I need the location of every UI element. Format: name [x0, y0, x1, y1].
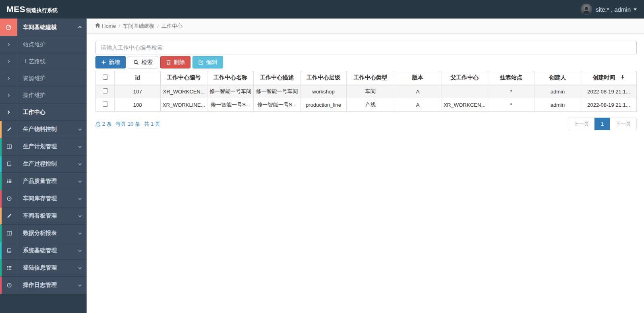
- header-version: 版本: [394, 71, 441, 85]
- sidebar-group-workshop-modeling[interactable]: 车间基础建模: [0, 19, 87, 36]
- cell-version: A: [394, 98, 441, 112]
- sidebar-group-login-info-management[interactable]: 登陆信息管理: [0, 259, 87, 277]
- breadcrumb-separator: /: [119, 23, 120, 29]
- cell-name: 修一智能一号S...: [207, 98, 253, 112]
- header-station: 挂靠站点: [488, 71, 534, 85]
- edit-button[interactable]: 编辑: [193, 56, 223, 68]
- table-header-row: id 工作中心编号 工作中心名称 工作中心描述 工作中心层级 工作中心类型 版本…: [96, 71, 637, 85]
- edit-icon: [198, 60, 204, 65]
- chevron-down-icon: [73, 283, 87, 288]
- sidebar-group-system-management[interactable]: 系统基础管理: [0, 242, 87, 259]
- app-logo: MES 制造执行系统: [0, 4, 58, 14]
- sidebar-group-material-control[interactable]: 生产物料控制: [0, 121, 87, 138]
- sidebar-item-resource-maintenance[interactable]: 资源维护: [0, 70, 87, 87]
- sidebar-group-plan-management[interactable]: 生产计划管理: [0, 138, 87, 155]
- sidebar-item-process-route[interactable]: 工艺路线: [0, 53, 87, 70]
- book-icon: [2, 155, 17, 172]
- sidebar-group-quality-management[interactable]: 产品质量管理: [0, 173, 87, 190]
- list-icon: [2, 259, 17, 276]
- pencil-icon: [2, 121, 17, 138]
- page-1-button[interactable]: 1: [594, 118, 610, 130]
- breadcrumb-level2: 工作中心: [162, 23, 182, 30]
- sidebar-group-label: 车间基础建模: [17, 24, 73, 31]
- row-checkbox[interactable]: [103, 102, 108, 107]
- chevron-down-icon: [73, 214, 87, 218]
- header-desc: 工作中心描述: [254, 71, 300, 85]
- breadcrumb: Home / 车间基础建模 / 工作中心: [87, 19, 644, 34]
- user-menu[interactable]: site:* , admin: [581, 4, 644, 15]
- book-icon: [2, 242, 17, 259]
- cell-parent: [441, 85, 488, 98]
- sidebar-item-operation-maintenance[interactable]: 操作维护: [0, 87, 87, 104]
- sidebar-group-label: 生产物料控制: [17, 126, 73, 133]
- delete-button-label: 删除: [174, 59, 185, 66]
- next-page-button[interactable]: 下一页: [610, 118, 637, 130]
- sidebar-group-label: 产品质量管理: [17, 178, 73, 185]
- delete-button[interactable]: 删除: [160, 56, 191, 68]
- sidebar-group-label: 操作日志管理: [17, 282, 73, 289]
- pushpin-icon[interactable]: [621, 75, 625, 81]
- cell-level: workshop: [300, 85, 346, 98]
- sidebar-group-process-control[interactable]: 生产过程控制: [0, 155, 87, 173]
- add-button[interactable]: 新增: [95, 56, 126, 68]
- cell-created: 2022-08-19 21:1...: [581, 98, 636, 112]
- work-center-table: id 工作中心编号 工作中心名称 工作中心描述 工作中心层级 工作中心类型 版本…: [95, 71, 637, 112]
- pencil-icon: [2, 207, 17, 224]
- search-icon: [133, 60, 139, 65]
- chevron-right-icon: [0, 104, 17, 120]
- cell-id: 108: [115, 98, 161, 112]
- sidebar-group-inventory-management[interactable]: 车间库存管理: [0, 190, 87, 207]
- sidebar-group-kanban-management[interactable]: 车间看板管理: [0, 207, 87, 225]
- sidebar-item-station-maintenance[interactable]: 站点维护: [0, 36, 87, 53]
- avatar: [581, 4, 592, 15]
- breadcrumb-level1[interactable]: 车间基础建模: [123, 23, 154, 30]
- search-input[interactable]: [95, 41, 637, 54]
- main-panel: 新增 检索 删除 编辑: [87, 34, 644, 130]
- chevron-right-icon: [0, 70, 17, 87]
- columns-icon: [2, 225, 17, 242]
- header-created-label: 创建时间: [592, 74, 615, 81]
- sidebar-group-label: 生产计划管理: [17, 143, 73, 150]
- header-name: 工作中心名称: [207, 71, 253, 85]
- tachometer-icon: [2, 277, 17, 294]
- cell-station: *: [488, 85, 534, 98]
- chevron-up-icon: [73, 25, 87, 29]
- app-logo-bold: MES: [6, 4, 25, 14]
- sidebar-group-label: 数据分析报表: [17, 230, 73, 237]
- topbar: MES 制造执行系统 site:* , admin: [0, 0, 644, 19]
- home-icon: [95, 23, 100, 29]
- chevron-down-icon: [73, 145, 87, 149]
- table-row[interactable]: 108 XR_WORKLINE... 修一智能一号S... 修一智能一号S...…: [96, 98, 637, 112]
- sidebar-group-analytics-reports[interactable]: 数据分析报表: [0, 225, 87, 242]
- search-button-label: 检索: [141, 59, 153, 66]
- pagination-summary: 总 2 条 每页 10 条 共 1 页: [95, 120, 163, 128]
- breadcrumb-home-label: Home: [102, 23, 116, 29]
- chevron-right-icon: [0, 87, 17, 104]
- caret-down-icon: [634, 8, 637, 10]
- cell-id: 107: [115, 85, 161, 98]
- cell-creator: admin: [534, 85, 581, 98]
- add-button-label: 新增: [109, 59, 120, 66]
- sidebar-group-operation-log-management[interactable]: 操作日志管理: [0, 277, 87, 294]
- sidebar-group-label: 车间看板管理: [17, 212, 73, 220]
- person-icon: [582, 6, 590, 14]
- header-id: id: [115, 71, 161, 85]
- sidebar-item-label: 站点维护: [17, 41, 87, 48]
- tachometer-icon: [0, 19, 17, 36]
- sidebar-item-work-center[interactable]: 工作中心: [0, 104, 87, 121]
- header-created: 创建时间: [581, 71, 636, 85]
- search-button[interactable]: 检索: [128, 56, 158, 68]
- table-row[interactable]: 107 XR_WORKCEN... 修一智能一号车间 修一智能一号车间 work…: [96, 85, 637, 98]
- select-all-checkbox[interactable]: [103, 75, 108, 80]
- breadcrumb-home[interactable]: Home: [95, 23, 116, 29]
- header-select-all: [96, 71, 115, 85]
- prev-page-button[interactable]: 上一页: [568, 118, 595, 130]
- toolbar: 新增 检索 删除 编辑: [95, 56, 637, 68]
- user-label: site:* , admin: [596, 6, 631, 13]
- cell-version: A: [394, 85, 441, 98]
- sidebar: 车间基础建模 站点维护 工艺路线 资源维护 操作维护 工作中心: [0, 19, 87, 313]
- row-checkbox[interactable]: [103, 88, 108, 93]
- summary-pages: 共 1 页: [144, 121, 160, 127]
- cell-type: 产线: [347, 98, 394, 112]
- sidebar-item-label: 资源维护: [17, 75, 87, 82]
